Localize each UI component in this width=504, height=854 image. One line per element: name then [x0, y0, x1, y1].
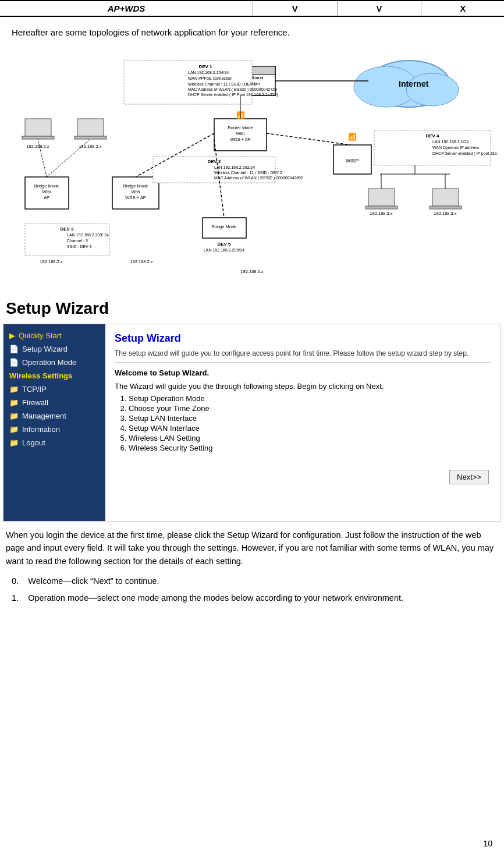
page-number: 10	[483, 839, 492, 848]
wizard-step-1: Setup Operation Mode	[129, 394, 491, 403]
svg-text:MAC Address of WLAN  ( BSSID ): MAC Address of WLAN ( BSSID ) 0000000427…	[188, 87, 277, 92]
wizard-ui: ▶ Quickly Start 📄 Setup Wizard 📄 Operati…	[3, 324, 501, 522]
sidebar-label-information: Information	[22, 425, 60, 434]
folder-icon-tcpip: 📁	[9, 385, 19, 394]
body-paragraph: When you login the device at the first t…	[6, 529, 498, 568]
svg-text:Wireless Channel : 11 / SSID :: Wireless Channel : 11 / SSID : DEV 1	[188, 82, 256, 86]
setup-wizard-heading: Setup Wizard	[6, 299, 498, 318]
folder-icon-logout: 📁	[9, 438, 19, 447]
svg-text:192.168.2.x: 192.168.2.x	[130, 259, 152, 264]
folder-icon-firewall: 📁	[9, 398, 19, 407]
sidebar-item-setup-wizard[interactable]: 📄 Setup Wizard	[3, 342, 105, 356]
svg-text:WISP: WISP	[345, 158, 359, 164]
svg-text:WAN PPPoE connection: WAN PPPoE connection	[188, 76, 232, 80]
bottom-list: 0. Welcome—click “Next” to continue. 1. …	[12, 575, 498, 604]
wizard-step-5: Wireless LAN Setting	[129, 434, 491, 442]
sidebar-item-management[interactable]: 📁 Management	[3, 409, 105, 423]
svg-point-2	[406, 73, 459, 106]
svg-rect-23	[25, 119, 51, 136]
wizard-step-3: Setup LAN Interface	[129, 414, 491, 423]
svg-text:SSID :  DEV 3: SSID : DEV 3	[67, 244, 92, 249]
page-icon-1: 📄	[9, 345, 19, 353]
sidebar-label-setup-wizard: Setup Wizard	[22, 345, 68, 353]
list-content-0: Welcome—click “Next” to continue.	[28, 576, 159, 586]
svg-text:DEV 3: DEV 3	[60, 226, 74, 232]
svg-rect-66	[430, 206, 462, 209]
sidebar-label-management: Management	[22, 412, 66, 420]
sidebar-label-firewall: Firewall	[22, 398, 48, 407]
svg-rect-26	[77, 119, 104, 136]
wizard-welcome: Welcome to Setup Wizard.	[115, 368, 491, 377]
svg-text:192.168.3.x: 192.168.3.x	[370, 211, 392, 216]
svg-rect-27	[74, 136, 107, 139]
svg-text:Channel : 5: Channel : 5	[67, 239, 88, 243]
top-table: AP+WDS V V X	[0, 0, 504, 17]
svg-text:With: With	[132, 189, 140, 194]
table-col4: X	[421, 1, 504, 16]
svg-text:DEV 5: DEV 5	[217, 242, 231, 247]
svg-text:192.168.2.x: 192.168.2.x	[240, 269, 263, 274]
svg-text:192.168.2.x: 192.168.2.x	[26, 144, 49, 149]
svg-text:Bridge Mode: Bridge Mode	[34, 183, 59, 189]
svg-text:WDS + AP: WDS + AP	[125, 195, 146, 200]
svg-text:📶: 📶	[348, 132, 357, 141]
sidebar-item-tcpip[interactable]: 📁 TCP/IP	[3, 382, 105, 396]
wizard-steps-list: Setup Operation Mode Choose your Time Zo…	[115, 394, 491, 452]
svg-rect-63	[365, 206, 397, 209]
svg-text:Wireless Channel : 11 / SSID :: Wireless Channel : 11 / SSID : DEV 2	[214, 171, 282, 175]
wizard-step-4: Setup WAN Interface	[129, 424, 491, 433]
svg-line-70	[267, 133, 351, 145]
svg-text:DEV 1: DEV 1	[198, 64, 212, 69]
svg-text:Router Mode: Router Mode	[228, 125, 253, 130]
sidebar-label-logout: Logout	[22, 438, 45, 447]
svg-text:DEV 4: DEV 4	[425, 133, 439, 139]
sidebar-item-information[interactable]: 📁 Information	[3, 423, 105, 436]
svg-text:LAN 192.168.2.202/24: LAN 192.168.2.202/24	[214, 165, 255, 169]
svg-text:LAN 192.168.2.205/24: LAN 192.168.2.205/24	[204, 248, 244, 252]
table-col2: V	[253, 1, 337, 16]
list-item-1: 1. Operation mode—select one mode among …	[12, 591, 498, 604]
svg-text:WDS + AP: WDS + AP	[230, 137, 251, 142]
wizard-step-2: Choose your Time Zone	[129, 404, 491, 413]
intro-text: Hereafter are some topologies of network…	[12, 27, 492, 37]
table-col1: AP+WDS	[0, 1, 253, 16]
list-num-0: 0.	[12, 576, 19, 586]
svg-text:192.168.2.x: 192.168.2.x	[40, 259, 62, 264]
wizard-sidebar: ▶ Quickly Start 📄 Setup Wizard 📄 Operati…	[3, 324, 105, 521]
sidebar-item-logout[interactable]: 📁 Logout	[3, 436, 105, 449]
sidebar-item-operation-mode[interactable]: 📄 Operation Mode	[3, 356, 105, 369]
sidebar-item-firewall[interactable]: 📁 Firewall	[3, 396, 105, 409]
svg-text:LAN  192.168.2.254/24: LAN 192.168.2.254/24	[188, 70, 229, 75]
sidebar-label-tcpip: TCP/IP	[22, 385, 47, 394]
svg-text:MAC Address of WLAN  ( BSSID ): MAC Address of WLAN ( BSSID ) 0000000426…	[214, 176, 303, 180]
folder-icon-information: 📁	[9, 425, 19, 434]
svg-rect-62	[368, 189, 395, 206]
list-num-1: 1.	[12, 593, 19, 603]
table-col3: V	[337, 1, 421, 16]
sidebar-item-quickly-start[interactable]: ▶ Quickly Start	[3, 329, 105, 342]
svg-text:LAN  192.168.3.1/24: LAN 192.168.3.1/24	[432, 140, 468, 144]
wizard-next-row: Next>>	[115, 470, 491, 484]
list-content-1: Operation mode—select one mode among the…	[28, 593, 403, 603]
page-icon-2: 📄	[9, 358, 19, 367]
sidebar-label-operation-mode: Operation Mode	[22, 358, 76, 367]
wizard-step-6: Wireless Security Setting	[129, 444, 491, 452]
folder-icon-management: 📁	[9, 412, 19, 420]
svg-text:DHCP Server enabled  ( IP pool: DHCP Server enabled ( IP pool 192.168.3.…	[432, 151, 498, 156]
svg-text:DEV 2: DEV 2	[207, 159, 221, 164]
svg-rect-24	[22, 136, 54, 139]
svg-rect-65	[432, 189, 459, 206]
svg-text:WAN Dynamic IP address: WAN Dynamic IP address	[432, 146, 480, 150]
wizard-description: The setup wizard will guide you to confi…	[115, 349, 491, 363]
arrow-icon: ▶	[9, 331, 15, 340]
sidebar-section-wireless: Wireless Settings	[3, 369, 105, 382]
diagram-svg: Internet Broadband Modem DEV 1 LAN 192.1…	[6, 49, 498, 288]
wizard-steps-intro: The Wizard will guide you the through fo…	[115, 382, 491, 391]
svg-text:With: With	[42, 189, 51, 194]
svg-text:AP: AP	[44, 195, 49, 200]
svg-text:192.168.3.x: 192.168.3.x	[434, 211, 456, 216]
page-wrapper: AP+WDS V V X Hereafter are some topologi…	[0, 0, 504, 854]
next-button[interactable]: Next>>	[449, 470, 489, 484]
list-item-0: 0. Welcome—click “Next” to continue.	[12, 575, 498, 587]
svg-text:LAN 192.168.2.203/ 24: LAN 192.168.2.203/ 24	[67, 233, 109, 237]
